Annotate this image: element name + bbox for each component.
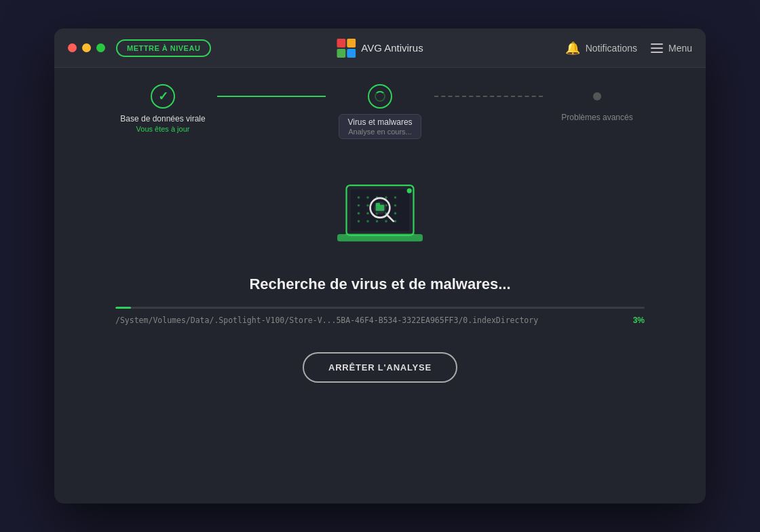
app-window: METTRE À NIVEAU AVG Antivirus 🔔 Notifica… [54, 28, 706, 504]
svg-point-17 [358, 212, 360, 215]
main-content: Recherche de virus et de malwares... /Sy… [54, 150, 706, 504]
step1-title: Base de données virale [120, 114, 205, 124]
svg-point-25 [385, 220, 387, 223]
step2-subtitle: Analyse en cours... [347, 128, 412, 136]
step1-circle: ✓ [151, 84, 175, 109]
titlebar-right: 🔔 Notifications Menu [565, 41, 692, 56]
svg-point-18 [366, 212, 369, 215]
svg-point-32 [407, 189, 412, 193]
svg-rect-3 [347, 49, 356, 58]
scan-percent: 3% [633, 316, 645, 325]
stop-scan-button[interactable]: ARRÊTER L'ANALYSE [303, 352, 457, 383]
notifications-button[interactable]: 🔔 Notifications [565, 41, 637, 56]
check-icon: ✓ [158, 89, 168, 104]
hamburger-icon [651, 43, 663, 53]
notifications-label: Notifications [586, 43, 637, 54]
scan-path: /System/Volumes/Data/.Spotlight-V100/Sto… [115, 316, 538, 325]
svg-point-10 [385, 196, 387, 199]
titlebar: METTRE À NIVEAU AVG Antivirus 🔔 Notifica… [54, 28, 706, 68]
svg-point-16 [394, 204, 397, 207]
svg-rect-33 [345, 233, 415, 235]
traffic-lights [68, 43, 105, 52]
svg-point-23 [366, 220, 369, 223]
svg-point-13 [366, 204, 369, 207]
progress-bar-container [115, 307, 645, 309]
svg-point-26 [394, 220, 397, 223]
minimize-button[interactable] [82, 43, 91, 52]
progress-bar-fill [115, 307, 131, 309]
maximize-button[interactable] [96, 43, 105, 52]
step1-label: Base de données virale Vous êtes à jour [120, 114, 205, 133]
step-advanced: Problèmes avancés [543, 84, 651, 122]
step3-label: Problèmes avancés [561, 113, 632, 122]
svg-point-24 [376, 220, 379, 223]
close-button[interactable] [68, 43, 77, 52]
bell-icon: 🔔 [565, 41, 580, 56]
laptop-illustration [319, 164, 441, 262]
scan-title: Recherche de virus et de malwares... [249, 276, 510, 293]
step2-box: Virus et malwares Analyse en cours... [339, 114, 421, 139]
upgrade-button[interactable]: METTRE À NIVEAU [116, 39, 211, 57]
spinner-icon [375, 91, 385, 102]
app-title-text: AVG Antivirus [361, 42, 423, 54]
steps-container: ✓ Base de données virale Vous êtes à jou… [54, 68, 706, 150]
step1-subtitle: Vous êtes à jour [120, 125, 205, 133]
svg-rect-0 [337, 39, 345, 48]
svg-point-11 [394, 196, 397, 199]
menu-label: Menu [668, 43, 692, 54]
connector-1 [217, 96, 326, 97]
svg-point-21 [394, 212, 397, 215]
step3-circle [593, 92, 601, 100]
step-virus: Virus et malwares Analyse en cours... [326, 84, 434, 139]
progress-section: /System/Volumes/Data/.Spotlight-V100/Sto… [115, 307, 645, 325]
connector-2 [434, 96, 543, 97]
progress-info: /System/Volumes/Data/.Spotlight-V100/Sto… [115, 316, 645, 325]
svg-rect-30 [376, 205, 385, 211]
svg-rect-31 [376, 203, 380, 206]
step2-title: Virus et malwares [347, 117, 412, 127]
svg-rect-2 [337, 49, 345, 58]
svg-point-8 [366, 196, 369, 199]
app-title-container: AVG Antivirus [337, 39, 423, 58]
svg-rect-1 [347, 39, 356, 48]
svg-point-7 [358, 196, 360, 199]
avg-app-icon [337, 39, 356, 58]
step-viral-db: ✓ Base de données virale Vous êtes à jou… [109, 84, 217, 133]
svg-point-22 [358, 220, 360, 223]
svg-point-12 [358, 204, 360, 207]
menu-button[interactable]: Menu [651, 43, 692, 54]
step2-circle [368, 84, 392, 109]
